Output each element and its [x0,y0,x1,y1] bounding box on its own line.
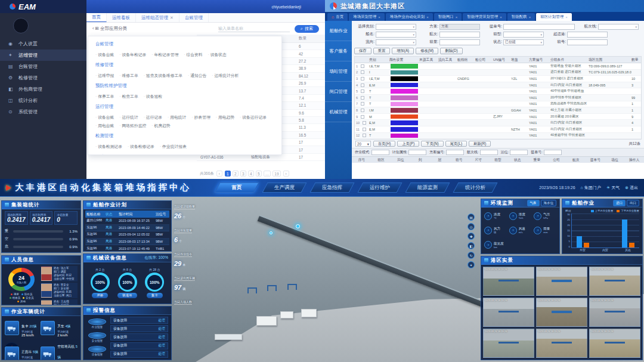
gauge-name-button[interactable]: 集卡 [147,293,163,298]
port-tab-1[interactable]: 堆场策划管理× [349,13,385,21]
menu-section-title[interactable]: 运行管理 [95,104,274,110]
menu-item[interactable]: 设备台账 [95,115,114,119]
table-row[interactable]: 10E,MYA01出口/内贸 出口重箱区4 [355,120,641,126]
menu-item[interactable]: 作业统计报表 [160,144,187,148]
port-tab-3[interactable]: 智能闸口× [434,13,462,21]
map-pin[interactable] [270,231,273,234]
page-number[interactable]: 2 [233,171,239,177]
alarm-badge[interactable]: 作业报警 [88,318,106,329]
layers-icon[interactable]: ▤ [467,214,475,221]
alarm-badge[interactable]: 安全报警 [88,332,106,342]
field-select[interactable]: ▾ [503,32,544,38]
menu-search-button[interactable]: ⌕搜索 [295,25,319,33]
menu-section-title[interactable]: 台账管理 [95,41,274,47]
toolbar-button[interactable]: 修改(M) [416,48,438,54]
menu-item[interactable]: 设备检修记录 [128,144,154,148]
personnel-card[interactable]: 姓名: 张占军部门: 调度进场时间: 8:12当前位置: 中控室 [41,266,78,281]
menu-item[interactable]: 维修工单 [119,73,138,78]
table-row[interactable]: 6TYA0120/中转B 中转重箱区99 [355,95,641,101]
header-link[interactable]: ⊗退出 [625,185,638,191]
add-icon[interactable]: ✚ [467,233,475,240]
table-row[interactable]: 5TYA0140中转箱B 中转箱堆放 [355,88,641,95]
env-tab-海水位[interactable]: 海水位 [541,200,557,206]
menu-item[interactable]: 运行记录 [144,115,162,119]
breadcrumb[interactable]: ‹ ⊞ 全部应用分类 [92,26,127,32]
sidebar-item-3[interactable]: ⚙检修管理 [0,72,86,83]
personnel-card[interactable]: 姓名: 王志强部门: 机械部进场时间: 9:02当前位置: 堆场 [41,299,78,305]
field-input[interactable] [567,32,608,38]
header-link[interactable]: ⌂集团门户 [581,185,601,191]
field-input[interactable] [480,150,498,155]
toolbar-button[interactable]: 增加(A) [392,48,414,54]
table-row[interactable]: 3I,E,T,MCNDFGYZLYA0120Y2箱C1 进口重箱区10 [355,76,641,82]
field-select[interactable]: ▾ [376,39,416,45]
toolbar-button[interactable]: 删除(D) [440,48,462,54]
dashboard-tab-能源监测[interactable]: 能源监测 [408,182,447,193]
close-icon[interactable]: ✕ [170,16,174,20]
menu-item[interactable]: 网络拓扑监控 [119,123,146,128]
sidebar-item-2[interactable]: ▤台账管理 [0,61,86,72]
menu-item[interactable]: 抄表管理 [191,115,210,119]
port-sidebar-item-4[interactable]: 机械管理 [325,102,352,122]
page-number[interactable]: 19 [273,171,280,177]
table-row[interactable]: 4E,MYA01出口/内贸 出口重箱区18.049-0953 [355,82,641,89]
field-select[interactable]: ▾ [376,24,416,30]
field-input[interactable] [544,150,562,155]
close-icon[interactable]: × [378,16,380,19]
camera-feed-8[interactable]: 2023-09-26 18:19:26 [536,329,587,358]
sidebar-item-5[interactable]: ◫统计分析 [0,95,86,106]
star-icon[interactable]: ✦ [467,261,475,268]
table-row[interactable]: 东远96离港2023-07-19 12:45:49THB1 [85,245,169,251]
menu-section-title[interactable]: 维修管理 [95,62,274,68]
port-tab-6[interactable]: 箱区计划管理× [536,13,572,21]
menu-item[interactable]: 运行统计 [119,115,138,119]
menu-section-title[interactable]: 预防性维护管理 [95,83,274,89]
menu-item[interactable]: 年检记录管理 [151,52,178,57]
camera-feed-1[interactable]: 2023-09-26 18:19:26 [483,267,534,296]
menu-item[interactable]: 通知公告 [188,73,206,78]
camera-feed-6[interactable]: 2023-09-26 18:19:26 [589,298,640,327]
menu-item[interactable]: 用电统计 [168,115,186,119]
page-number[interactable]: 5 [256,171,262,177]
menu-section-title[interactable]: 备件管理 [95,154,274,155]
view-icon[interactable]: ◧ [467,242,475,249]
map-pin[interactable] [296,224,300,228]
port-tab-0[interactable]: ⌂首页 [327,13,348,21]
dashboard-tab-生产调度[interactable]: 生产调度 [265,182,304,193]
vehicle-tile[interactable]: 正面吊 5辆平均时速5 km/h [5,339,38,360]
toolbar-button[interactable]: 重置 [373,48,391,54]
field-input[interactable] [439,39,480,45]
alarm-action-link[interactable]: 处理 [158,326,165,332]
table-row[interactable]: 东远96离港2023-08-03 17:13:349BW [85,239,169,246]
dashboard-tab-首页[interactable]: 首页 [217,182,256,193]
field-input[interactable] [371,150,389,155]
page-number[interactable]: 1 [225,171,231,177]
ship-ops-tab-进口[interactable]: 进口 [613,200,626,206]
row-checkbox[interactable] [361,70,364,74]
field-input[interactable] [510,150,528,155]
menu-item[interactable]: 设备台账 [95,52,114,57]
camera-feed-5[interactable]: 2023-09-26 18:19:26 [536,298,587,327]
env-tab-气象[interactable]: 气象 [527,200,540,206]
dashboard-tab-运行维护[interactable]: 运行维护 [360,182,400,193]
field-input[interactable] [567,39,608,45]
page-number[interactable]: 3 [240,171,246,177]
field-input[interactable] [408,150,426,155]
alarm-action-link[interactable]: 处理 [158,351,165,357]
table-row[interactable]: 8I,MGGAHYA0140土方箱 冷藏小箱区1 [355,107,641,114]
camera-feed-7[interactable]: 2023-09-26 18:19:26 [483,329,534,358]
menu-item[interactable]: 运维申报 [95,73,114,78]
pager-button[interactable]: 上页(P) [397,141,419,147]
alarm-action-link[interactable]: 处理 [158,343,165,348]
sidebar-item-4[interactable]: ◧外包商管理 [0,83,86,95]
port-tab-5[interactable]: 智能配载× [507,13,535,21]
prev-page[interactable]: ‹ [216,171,222,177]
field-input[interactable]: 方案 [439,24,480,30]
camera-feed-9[interactable]: 2023-09-26 18:19:26 [589,329,640,358]
table-row[interactable]: 2IYA01进口重箱 进口重箱区TC:079-131;16.025-029;18… [355,70,641,76]
eam-avatar[interactable] [13,18,29,33]
next-page[interactable]: › [283,171,289,177]
vehicle-tile[interactable]: 空箱堆高机 5辆平均时速3 km/h [41,339,78,360]
sidebar-item-1[interactable]: ✦运维管理 [0,49,86,61]
bar[interactable] [622,219,627,248]
